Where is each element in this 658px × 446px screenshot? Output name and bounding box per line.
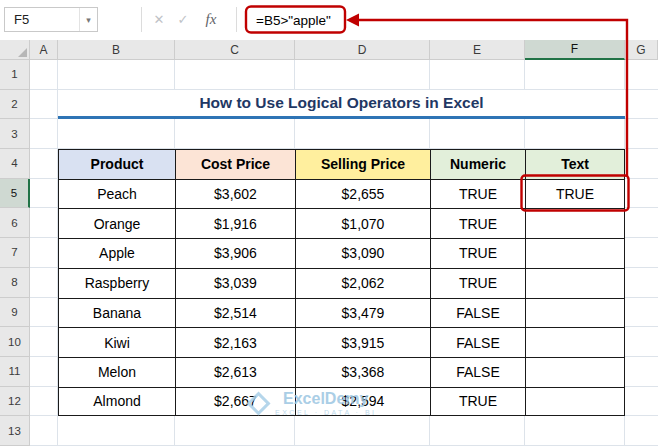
- cell-E12[interactable]: TRUE: [430, 387, 525, 417]
- cell-E7[interactable]: TRUE: [430, 238, 525, 268]
- cell-B8[interactable]: Raspberry: [58, 268, 175, 298]
- cell-C10[interactable]: $2,163: [175, 327, 295, 357]
- divider: [141, 7, 142, 32]
- cell-F11[interactable]: [525, 357, 625, 387]
- col-header-B[interactable]: B: [58, 40, 175, 60]
- cell-C12[interactable]: $2,667: [175, 387, 295, 417]
- cell-B10[interactable]: Kiwi: [58, 327, 175, 357]
- col-header-F[interactable]: F: [525, 40, 625, 60]
- cell-B5[interactable]: Peach: [58, 179, 175, 209]
- row-header-1[interactable]: 1: [0, 60, 30, 90]
- cell-E5[interactable]: TRUE: [430, 179, 525, 209]
- cell-C7[interactable]: $3,906: [175, 238, 295, 268]
- cell-E11[interactable]: FALSE: [430, 357, 525, 387]
- formula-input[interactable]: =B5>"apple": [256, 0, 331, 40]
- cell-E10[interactable]: FALSE: [430, 327, 525, 357]
- cell-B9[interactable]: Banana: [58, 298, 175, 328]
- divider: [236, 7, 237, 32]
- row-header-4[interactable]: 4: [0, 149, 30, 179]
- row-header-9[interactable]: 9: [0, 298, 30, 328]
- row-header-7[interactable]: 7: [0, 238, 30, 268]
- cell-D6[interactable]: $1,070: [295, 208, 430, 238]
- cell-D10[interactable]: $3,915: [295, 327, 430, 357]
- col-header-D[interactable]: D: [295, 40, 430, 60]
- cell-C11[interactable]: $2,613: [175, 357, 295, 387]
- table-header-text[interactable]: Text: [525, 149, 625, 179]
- name-box-dropdown-icon[interactable]: ▾: [79, 8, 97, 31]
- row-header-11[interactable]: 11: [0, 357, 30, 387]
- formula-bar: F5 ▾ ✕ ✓ fx =B5>"apple": [0, 0, 658, 41]
- cell-B11[interactable]: Melon: [58, 357, 175, 387]
- cell-E9[interactable]: FALSE: [430, 298, 525, 328]
- row-header-13[interactable]: 13: [0, 416, 30, 446]
- cell-F7[interactable]: [525, 238, 625, 268]
- col-header-G[interactable]: G: [625, 40, 658, 60]
- cell-F12[interactable]: [525, 387, 625, 417]
- cell-C9[interactable]: $2,514: [175, 298, 295, 328]
- cell-F5-active[interactable]: TRUE: [525, 179, 625, 209]
- insert-function-icon[interactable]: fx: [198, 7, 224, 32]
- cell-E8[interactable]: TRUE: [430, 268, 525, 298]
- enter-icon[interactable]: ✓: [173, 7, 193, 32]
- cell-B12[interactable]: Almond: [58, 387, 175, 417]
- row-header-12[interactable]: 12: [0, 387, 30, 417]
- cell-D7[interactable]: $3,090: [295, 238, 430, 268]
- worksheet: A B C D E F G 1 2 3 4 5 6 7 8 9 10 11 12…: [0, 40, 658, 446]
- row-header-10[interactable]: 10: [0, 327, 30, 357]
- cell-reference[interactable]: F5: [5, 8, 79, 31]
- row-header-6[interactable]: 6: [0, 208, 30, 238]
- name-box[interactable]: F5 ▾: [4, 7, 98, 32]
- table-header-product[interactable]: Product: [58, 149, 175, 179]
- cell-B6[interactable]: Orange: [58, 208, 175, 238]
- cell-C5[interactable]: $3,602: [175, 179, 295, 209]
- row-header-2[interactable]: 2: [0, 90, 30, 120]
- cell-F6[interactable]: [525, 208, 625, 238]
- cell-F9[interactable]: [525, 298, 625, 328]
- table-header-numeric[interactable]: Numeric: [430, 149, 525, 179]
- col-header-E[interactable]: E: [430, 40, 525, 60]
- col-header-A[interactable]: A: [30, 40, 58, 60]
- cell-C6[interactable]: $1,916: [175, 208, 295, 238]
- excel-window: F5 ▾ ✕ ✓ fx =B5>"apple" A B C D E F G 1 …: [0, 0, 658, 446]
- sheet-title[interactable]: How to Use Logical Operators in Excel: [58, 90, 625, 120]
- table-header-cost-price[interactable]: Cost Price: [175, 149, 295, 179]
- table-header-selling-price[interactable]: Selling Price: [295, 149, 430, 179]
- cell-D8[interactable]: $2,062: [295, 268, 430, 298]
- cell-D11[interactable]: $3,368: [295, 357, 430, 387]
- row-header-3[interactable]: 3: [0, 119, 30, 149]
- cancel-icon[interactable]: ✕: [149, 7, 169, 32]
- row-header-5[interactable]: 5: [0, 179, 30, 209]
- cell-D12[interactable]: $2,594: [295, 387, 430, 417]
- cell-F8[interactable]: [525, 268, 625, 298]
- select-all-corner[interactable]: [0, 40, 30, 60]
- cell-D9[interactable]: $3,479: [295, 298, 430, 328]
- cell-F10[interactable]: [525, 327, 625, 357]
- row-header-8[interactable]: 8: [0, 268, 30, 298]
- cell-C8[interactable]: $3,039: [175, 268, 295, 298]
- cell-E6[interactable]: TRUE: [430, 208, 525, 238]
- col-header-C[interactable]: C: [175, 40, 295, 60]
- cell-D5[interactable]: $2,655: [295, 179, 430, 209]
- cell-B7[interactable]: Apple: [58, 238, 175, 268]
